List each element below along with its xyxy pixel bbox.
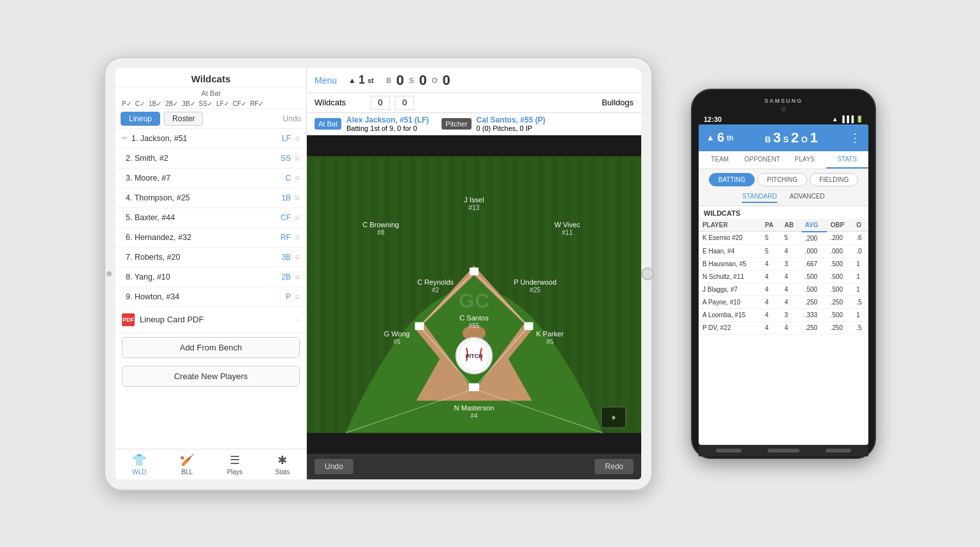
stats-table: PLAYER PA AB AVG OBP O K Esernio #20 5 5	[699, 219, 868, 334]
table-row: P DV, #22 4 4 .250 .250 .5	[699, 321, 868, 334]
outs-count: 0	[442, 72, 450, 89]
create-new-players-button[interactable]: Create New Players	[122, 366, 300, 387]
col-player: PLAYER	[699, 219, 761, 232]
top-of-inning-icon: ▲	[348, 76, 356, 85]
signal-icon: ▐▐▐	[840, 116, 854, 123]
gc-watermark: GC	[459, 288, 489, 311]
table-row: 4. Thompson, #25 1B ≡	[115, 188, 306, 208]
add-from-bench-button[interactable]: Add From Bench	[122, 337, 300, 358]
stats-icon: ✱	[278, 453, 287, 467]
tablet-side-button	[107, 271, 112, 276]
chevron-right-icon: ›	[297, 315, 300, 324]
stats-view-tabs: STANDARD ADVANCED	[699, 190, 868, 206]
svg-text:J Issel: J Issel	[464, 196, 484, 204]
pitching-tab[interactable]: PITCHING	[757, 173, 807, 186]
home-score-1: 0	[371, 96, 390, 110]
col-avg: AVG	[801, 219, 827, 232]
svg-text:C Browning: C Browning	[362, 220, 399, 228]
standard-tab[interactable]: STANDARD	[742, 193, 776, 203]
table-row: E Haan, #4 5 4 .000 .000 .0	[699, 244, 868, 257]
phone-inning-display: ▲ 6th	[706, 130, 733, 145]
stats-table-container[interactable]: PLAYER PA AB AVG OBP O K Esernio #20 5 5	[699, 219, 868, 445]
phone-device: SAMSUNG 12:30 ▲ ▐▐▐ 🔋 ▲ 6th B 3 S 2 O 1	[691, 89, 876, 459]
status-icons: ▲ ▐▐▐ 🔋	[832, 116, 863, 123]
at-bat-player: Alex Jackson, #51 (LF)	[346, 116, 429, 124]
main-field-area: Menu ▲ 1st B 0 S 0 O 0	[307, 68, 641, 479]
balls-count: 0	[396, 72, 404, 89]
svg-text:W Vivec: W Vivec	[554, 220, 581, 228]
svg-text:#5: #5	[546, 338, 554, 345]
list-icon: ☰	[230, 453, 240, 467]
batting-tab[interactable]: BATTING	[709, 173, 755, 186]
redo-button[interactable]: Redo	[595, 459, 634, 474]
recents-button[interactable]	[826, 449, 851, 453]
tab-plays[interactable]: ☰ Plays	[211, 449, 259, 479]
svg-text:#25: #25	[530, 287, 540, 294]
baseball-field: GC PITCH J Issel #13 C Browning	[307, 135, 641, 454]
tab-bll[interactable]: 🏏 BLL	[163, 449, 211, 479]
phone-brand: SAMSUNG	[699, 98, 868, 107]
inning-display: ▲ 1st	[348, 73, 374, 87]
lineup-tab[interactable]: Lineup	[121, 112, 160, 126]
top-bar: Menu ▲ 1st B 0 S 0 O 0	[307, 68, 641, 93]
undo-button[interactable]: Undo	[315, 459, 353, 474]
nav-team[interactable]: TEAM	[699, 151, 741, 169]
menu-button[interactable]: Menu	[315, 75, 337, 86]
edit-icon: ✏	[122, 134, 128, 142]
phone-screen: ▲ 6th B 3 S 2 O 1 ⋮ TEAM OPPONENT PLAYS …	[699, 124, 868, 445]
nav-plays[interactable]: PLAYS	[783, 151, 826, 169]
svg-text:G Wong: G Wong	[384, 330, 410, 338]
fielding-tab[interactable]: FIELDING	[810, 173, 858, 186]
pitcher-player: Cal Santos, #55 (P)	[477, 116, 546, 124]
inning-suffix: st	[368, 77, 374, 84]
roster-tab[interactable]: Roster	[164, 112, 203, 126]
undo-button[interactable]: Undo	[283, 114, 301, 123]
col-pa: PA	[761, 219, 780, 232]
score-row: Wildcats 0 0 Bulldogs	[307, 93, 641, 113]
phone-nav-tabs: TEAM OPPONENT PLAYS STATS	[699, 151, 868, 169]
home-score-2: 0	[395, 96, 414, 110]
table-row: A Loomba, #15 4 3 .333 .500 1	[699, 308, 868, 321]
nav-opponent[interactable]: OPPONENT	[741, 151, 784, 169]
back-button[interactable]	[716, 449, 741, 453]
table-row: 2. Smith, #2 SS ≡	[115, 149, 306, 169]
phone-hardware-buttons	[699, 445, 868, 456]
table-row: 9. Howton, #34 P ≡	[115, 287, 306, 307]
phone-outs: 1	[810, 130, 817, 146]
tab-stats[interactable]: ✱ Stats	[258, 449, 306, 479]
table-row: K Esernio #20 5 5 .200 .200 .6	[699, 232, 868, 245]
svg-text:#13: #13	[469, 204, 480, 211]
tablet-home-button[interactable]	[641, 267, 654, 280]
table-row: J Blaggs, #7 4 4 .500 .500 1	[699, 283, 868, 296]
stats-type-tabs: BATTING PITCHING FIELDING	[699, 169, 868, 190]
home-button[interactable]	[768, 449, 799, 453]
phone-strikes: 2	[791, 130, 799, 146]
phone-menu-icon[interactable]: ⋮	[849, 131, 861, 145]
pdf-label: Lineup Card PDF	[140, 315, 297, 324]
phone-time: 12:30	[704, 116, 722, 123]
nav-stats[interactable]: STATS	[826, 151, 869, 169]
svg-text:PITCH: PITCH	[465, 353, 482, 359]
svg-rect-6	[469, 383, 479, 391]
col-obp: OBP	[827, 219, 853, 232]
tablet-device: Wildcats At Bat P✓ C✓ 1B✓ 2B✓ 3B✓ SS✓ LF…	[104, 57, 653, 491]
at-bat-section: At Bat Alex Jackson, #51 (LF) Batting 1s…	[307, 113, 641, 135]
lineup-pdf-row[interactable]: PDF Lineup Card PDF ›	[115, 307, 306, 333]
bat-icon: 🏏	[180, 453, 194, 467]
table-row: B Hausman, #5 4 3 .667 .500 1	[699, 257, 868, 270]
bottom-bar: Undo Redo	[307, 454, 641, 479]
column-headers: P✓ C✓ 1B✓ 2B✓ 3B✓ SS✓ LF✓ CF✓ RF✓	[115, 99, 306, 109]
advanced-tab[interactable]: ADVANCED	[790, 193, 825, 203]
phone-score-section: B 3 S 2 O 1	[765, 130, 818, 146]
inning-number: 1	[359, 73, 365, 87]
table-row: A Payne, #10 4 4 .250 .250 .5	[699, 296, 868, 308]
phone-balls: 3	[773, 130, 781, 146]
svg-text:P Underwood: P Underwood	[514, 278, 556, 286]
table-row: 8. Yang, #10 2B ≡	[115, 267, 306, 287]
bottom-tabs: 👕 WLD 🏏 BLL ☰ Plays ✱ Stats	[115, 449, 306, 479]
pitcher-block: Pitcher Cal Santos, #55 (P) 0 (0) Pitche…	[442, 116, 545, 132]
left-panel: Wildcats At Bat P✓ C✓ 1B✓ 2B✓ 3B✓ SS✓ LF…	[115, 68, 307, 479]
away-team-name: Bulldogs	[583, 98, 634, 107]
pitcher-info: Cal Santos, #55 (P) 0 (0) Pitches, 0 IP	[477, 116, 546, 132]
tab-wld[interactable]: 👕 WLD	[115, 449, 163, 479]
